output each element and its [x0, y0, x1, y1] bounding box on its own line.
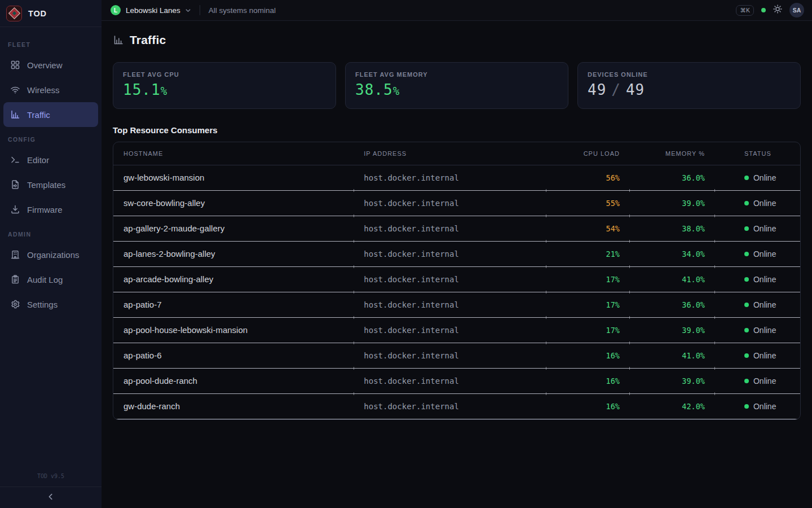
cell-status: Online: [715, 393, 800, 419]
cell-memory: 41.0%: [630, 343, 715, 368]
app-logo-icon: [6, 6, 22, 21]
cell-memory: 39.0%: [630, 190, 715, 216]
cell-ip-address: host.docker.internal: [354, 165, 546, 190]
logo-diamond: [8, 7, 20, 19]
status-label: Online: [753, 300, 776, 309]
org-name: Lebowski Lanes: [126, 6, 180, 15]
stat-cards: FLEET AVG CPU 15.1% FLEET AVG MEMORY 38.…: [113, 62, 801, 109]
cell-cpu-load: 16%: [546, 343, 630, 368]
sidebar-footer: TOD v9.5: [0, 473, 102, 508]
sidebar-item-label: Templates: [27, 180, 65, 190]
download-icon: [10, 204, 20, 214]
cell-hostname: ap-lanes-2-bowling-alley: [113, 241, 354, 266]
cell-hostname: ap-patio-7: [113, 292, 354, 317]
sidebar-item-audit-log[interactable]: Audit Log: [3, 267, 98, 292]
org-switcher[interactable]: L Lebowski Lanes: [111, 5, 191, 15]
table-row[interactable]: ap-pool-house-lebowski-mansion host.dock…: [113, 317, 800, 343]
online-status-dot: [744, 226, 749, 231]
cell-cpu-load: 17%: [546, 292, 630, 317]
stat-label: FLEET AVG CPU: [123, 71, 326, 78]
sidebar-item-label: Settings: [27, 300, 58, 309]
status-indicator-dot: [761, 8, 766, 12]
cell-memory: 41.0%: [630, 266, 715, 292]
status-label: Online: [753, 249, 776, 259]
sidebar-item-label: Editor: [27, 155, 49, 165]
table-row[interactable]: ap-lanes-2-bowling-alley host.docker.int…: [113, 241, 800, 266]
cell-status: Online: [715, 343, 800, 368]
column-header-cpu: CPU LOAD: [546, 142, 630, 165]
status-label: Online: [753, 199, 776, 208]
cell-status: Online: [715, 216, 800, 241]
cell-ip-address: host.docker.internal: [354, 393, 546, 419]
online-status-dot: [744, 277, 749, 282]
theme-toggle-button[interactable]: [773, 5, 782, 16]
grid-icon: [10, 60, 20, 70]
cell-memory: 39.0%: [630, 317, 715, 343]
column-header-status: STATUS: [715, 142, 800, 165]
cell-cpu-load: 17%: [546, 317, 630, 343]
sidebar-item-traffic[interactable]: Traffic: [3, 102, 98, 127]
table-row[interactable]: ap-patio-6 host.docker.internal 16% 41.0…: [113, 343, 800, 368]
cell-cpu-load: 16%: [546, 368, 630, 393]
status-label: Online: [753, 402, 776, 411]
status-label: Online: [753, 275, 776, 284]
cell-memory: 36.0%: [630, 292, 715, 317]
online-status-dot: [744, 303, 749, 307]
cell-ip-address: host.docker.internal: [354, 292, 546, 317]
online-status-dot: [744, 252, 749, 256]
online-status-dot: [744, 404, 749, 409]
sidebar-item-wireless[interactable]: Wireless: [3, 77, 98, 102]
cell-status: Online: [715, 368, 800, 393]
table-row[interactable]: ap-gallery-2-maude-gallery host.docker.i…: [113, 216, 800, 241]
cell-memory: 34.0%: [630, 241, 715, 266]
command-palette-shortcut[interactable]: ⌘K: [736, 5, 754, 16]
online-status-dot: [744, 379, 749, 383]
table-row[interactable]: gw-dude-ranch host.docker.internal 16% 4…: [113, 393, 800, 419]
sidebar-item-organizations[interactable]: Organizations: [3, 242, 98, 267]
table-row[interactable]: ap-patio-7 host.docker.internal 17% 36.0…: [113, 292, 800, 317]
table-row[interactable]: sw-core-bowling-alley host.docker.intern…: [113, 190, 800, 216]
table-row[interactable]: ap-pool-dude-ranch host.docker.internal …: [113, 368, 800, 393]
cell-hostname: ap-patio-6: [113, 343, 354, 368]
sidebar: TOD FLEET Overview Wireless Traffic CONF…: [0, 0, 102, 508]
sidebar-collapse-button[interactable]: [0, 487, 102, 508]
cell-cpu-load: 56%: [546, 165, 630, 190]
table-row[interactable]: ap-arcade-bowling-alley host.docker.inte…: [113, 266, 800, 292]
sidebar-item-label: Firmware: [27, 205, 63, 214]
terminal-icon: [10, 155, 20, 165]
sidebar-item-settings[interactable]: Settings: [3, 292, 98, 317]
cell-ip-address: host.docker.internal: [354, 190, 546, 216]
cell-memory: 36.0%: [630, 165, 715, 190]
sidebar-item-overview[interactable]: Overview: [3, 52, 98, 77]
sidebar-item-firmware[interactable]: Firmware: [3, 197, 98, 222]
cell-cpu-load: 54%: [546, 216, 630, 241]
stat-label: DEVICES ONLINE: [588, 71, 791, 78]
nav-section-label: ADMIN: [3, 222, 98, 242]
app-logo-row: TOD: [0, 0, 102, 27]
sidebar-item-editor[interactable]: Editor: [3, 147, 98, 172]
cell-ip-address: host.docker.internal: [354, 266, 546, 292]
sidebar-item-templates[interactable]: Templates: [3, 172, 98, 197]
nav-section-label: CONFIG: [3, 127, 98, 147]
cell-status: Online: [715, 317, 800, 343]
divider: [200, 5, 200, 15]
stat-value: 15.1%: [123, 81, 326, 98]
app-name: TOD: [28, 9, 47, 18]
stat-value: 38.5%: [355, 81, 558, 98]
stat-label: FLEET AVG MEMORY: [355, 71, 558, 78]
cell-ip-address: host.docker.internal: [354, 343, 546, 368]
cell-hostname: ap-arcade-bowling-alley: [113, 266, 354, 292]
table-row[interactable]: gw-lebowski-mansion host.docker.internal…: [113, 165, 800, 190]
stat-card: DEVICES ONLINE 49/49: [577, 62, 801, 109]
wifi-icon: [10, 85, 20, 95]
cell-cpu-load: 17%: [546, 266, 630, 292]
page-content: Traffic FLEET AVG CPU 15.1% FLEET AVG ME…: [102, 21, 812, 420]
user-avatar[interactable]: SA: [789, 3, 804, 17]
main-area: L Lebowski Lanes All systems nominal ⌘K …: [102, 0, 812, 508]
sidebar-item-label: Overview: [27, 60, 63, 70]
cell-cpu-load: 55%: [546, 190, 630, 216]
app-version: TOD v9.5: [0, 473, 102, 487]
status-label: Online: [753, 351, 776, 360]
stat-card: FLEET AVG CPU 15.1%: [113, 62, 336, 109]
building-icon: [10, 249, 20, 260]
